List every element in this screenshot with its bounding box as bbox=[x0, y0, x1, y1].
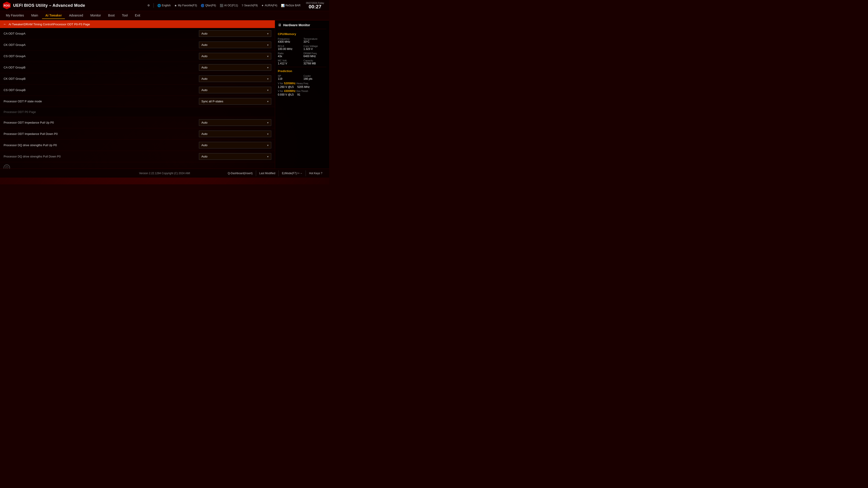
nav-tool[interactable]: Tool bbox=[119, 12, 131, 19]
dos-thresh-value: 91 bbox=[297, 93, 300, 96]
dq-drive-pullup-p0-dropdown[interactable]: Auto bbox=[199, 142, 271, 149]
odt-pstate-mode-control[interactable]: Sync all P-states bbox=[199, 98, 271, 105]
cs-odt-groupb-control[interactable]: Auto bbox=[199, 87, 271, 93]
table-row: Processor ODT Impedance Pull Down P0 Aut… bbox=[0, 128, 275, 140]
ai-oc-button[interactable]: ⬛ AI OC(F11) bbox=[218, 3, 240, 8]
frequency-label: Frequency 4300 MHz bbox=[278, 37, 301, 43]
ck-odt-groupb-control[interactable]: Auto bbox=[199, 75, 271, 82]
setting-label: CK ODT GroupB bbox=[4, 77, 199, 80]
left-panel: ← Ai Tweaker\DRAM Timing Control\Process… bbox=[0, 20, 275, 168]
my-favorite-button[interactable]: ★ My Favorite(F3) bbox=[173, 3, 199, 8]
freq1-value: 5205MHz bbox=[284, 82, 296, 85]
temperature-item: Temperature 33°C bbox=[304, 37, 327, 43]
nav-advanced[interactable]: Advanced bbox=[66, 12, 86, 19]
last-modified-label: Last Modified bbox=[259, 172, 275, 175]
setting-label: Processor ODT P state mode bbox=[4, 100, 199, 103]
odt-imp-pullup-p0-control[interactable]: Auto bbox=[199, 119, 271, 126]
table-row: CA ODT GroupB Auto bbox=[0, 62, 275, 73]
resize-bar-button[interactable]: 📊 ReSize BAR bbox=[279, 3, 303, 8]
settings-icon: ⚙ bbox=[147, 4, 150, 7]
nav-main[interactable]: Main bbox=[28, 12, 41, 19]
mc-volt-item: MC Volt. 1.412 V bbox=[278, 59, 301, 65]
cpu-memory-section-title: CPU/Memory bbox=[278, 32, 327, 36]
nav-boot[interactable]: Boot bbox=[105, 12, 118, 19]
logo-area: ROG UEFI BIOS Utility – Advanced Mode bbox=[3, 1, 85, 9]
sp-item: SP 119 bbox=[278, 74, 301, 80]
bclk-item: BCLK 100.00 MHz bbox=[278, 45, 301, 51]
setting-label: CS ODT GroupA bbox=[4, 55, 199, 58]
setting-label: Processor ODT Impedance Pull Up P0 bbox=[4, 121, 199, 124]
back-button[interactable]: ← bbox=[3, 22, 7, 26]
search-button[interactable]: ? Search(F9) bbox=[240, 3, 259, 8]
settings-button[interactable]: ⚙ bbox=[146, 3, 152, 8]
aura-button[interactable]: ✦ AURA(F4) bbox=[259, 3, 279, 8]
dq-drive-pullup-p0-control[interactable]: Auto bbox=[199, 142, 271, 149]
prediction-section-title: Prediction bbox=[278, 69, 327, 73]
table-row: CA ODT GroupA Auto bbox=[0, 28, 275, 39]
globe-icon: 🌐 bbox=[157, 4, 161, 7]
heavy-freq-label: Heavy Freq bbox=[297, 82, 308, 85]
language-button[interactable]: 🌐 English bbox=[156, 3, 173, 8]
ck-odt-groupa-control[interactable]: Auto bbox=[199, 41, 271, 48]
q-dashboard-button[interactable]: Q-Dashboard(Insert) bbox=[225, 170, 256, 176]
hardware-monitor-panel: 🖥 Hardware Monitor CPU/Memory Frequency … bbox=[275, 20, 329, 168]
last-modified-button[interactable]: Last Modified bbox=[256, 170, 279, 176]
cs-odt-groupa-control[interactable]: Auto bbox=[199, 53, 271, 59]
setting-label: CS ODT GroupB bbox=[4, 88, 199, 92]
search-icon: ? bbox=[242, 4, 243, 7]
hot-keys-label: Hot Keys ? bbox=[309, 172, 322, 175]
hw-monitor-title: Hardware Monitor bbox=[283, 23, 310, 27]
setting-label: CK ODT GroupA bbox=[4, 43, 199, 46]
prediction-grid: SP 119 Cooler 166 pts bbox=[278, 74, 327, 80]
ezmode-button[interactable]: EzMode(F7) ⊢→ bbox=[279, 170, 306, 176]
main-content: ← Ai Tweaker\DRAM Timing Control\Process… bbox=[0, 20, 329, 168]
odt-imp-pullup-p0-dropdown[interactable]: Auto bbox=[199, 119, 271, 126]
table-row: CK ODT GroupB Auto bbox=[0, 73, 275, 85]
nav-bar: My Favorites Main Ai Tweaker Advanced Mo… bbox=[0, 11, 329, 20]
freq2-value: 4300MHz bbox=[284, 90, 296, 93]
section-label: Processor ODT P0 Page bbox=[4, 110, 36, 113]
table-row: Processor ODT Impedance Pull Up P0 Auto bbox=[0, 117, 275, 128]
ck-odt-groupb-dropdown[interactable]: Auto bbox=[199, 75, 271, 82]
breadcrumb: ← Ai Tweaker\DRAM Timing Control\Process… bbox=[0, 20, 275, 28]
qfan-button[interactable]: 🌀 Qfan(F6) bbox=[199, 3, 218, 8]
breadcrumb-path: Ai Tweaker\DRAM Timing Control\Processor… bbox=[8, 23, 90, 26]
nav-ai-tweaker[interactable]: Ai Tweaker bbox=[42, 12, 65, 19]
heavy-freq-value: 5205 MHz bbox=[297, 86, 310, 89]
ca-odt-groupa-control[interactable]: Auto bbox=[199, 30, 271, 37]
cs-odt-groupa-dropdown[interactable]: Auto bbox=[199, 53, 271, 59]
hot-keys-button[interactable]: Hot Keys ? bbox=[306, 170, 326, 176]
version-text: Version 2.22.1284 Copyright (C) 2024 AMI bbox=[139, 172, 190, 175]
dq-drive-pulldown-p0-dropdown[interactable]: Auto bbox=[199, 153, 271, 160]
setting-label: Processor DQ drive strengths Pull Up P0 bbox=[4, 143, 199, 147]
monitor-icon: 🖥 bbox=[278, 23, 281, 27]
star-icon: ★ bbox=[174, 4, 177, 7]
nav-my-favorites[interactable]: My Favorites bbox=[3, 12, 27, 19]
ck-odt-groupa-dropdown[interactable]: Auto bbox=[199, 41, 271, 48]
ca-odt-groupb-dropdown[interactable]: Auto bbox=[199, 64, 271, 71]
nav-exit[interactable]: Exit bbox=[132, 12, 143, 19]
odt-imp-pulldown-p0-control[interactable]: Auto bbox=[199, 131, 271, 137]
table-row: CS ODT GroupB Auto bbox=[0, 85, 275, 96]
ca-odt-groupa-dropdown[interactable]: Auto bbox=[199, 30, 271, 37]
dq-drive-pulldown-p0-control[interactable]: Auto bbox=[199, 153, 271, 160]
table-row: Processor DQ drive strengths Pull Up P0 … bbox=[0, 140, 275, 151]
setting-label: CA ODT GroupA bbox=[4, 32, 199, 35]
cs-odt-groupb-dropdown[interactable]: Auto bbox=[199, 87, 271, 93]
section-header: Processor ODT P0 Page bbox=[0, 107, 275, 117]
rog-logo-icon: ROG bbox=[3, 1, 11, 9]
v-for-5205-row: V for 5205MHz Heavy Freq 1.260 V @L5 520… bbox=[278, 82, 327, 89]
toolbar-divider bbox=[153, 3, 154, 8]
setting-label: Processor DQ drive strengths Pull Down P… bbox=[4, 155, 199, 158]
odt-pstate-mode-dropdown[interactable]: Sync all P-states bbox=[199, 98, 271, 105]
cpu-memory-grid: Frequency 4300 MHz Temperature 33°C BCLK… bbox=[278, 37, 327, 65]
aura-icon: ✦ bbox=[261, 4, 264, 7]
toolbar: ⚙ 🌐 English ★ My Favorite(F3) 🌀 Qfan(F6)… bbox=[146, 2, 327, 9]
nav-monitor[interactable]: Monitor bbox=[87, 12, 104, 19]
v-for-4300-row: V for 4300MHz Dos Thresh 0.930 V @L5 91 bbox=[278, 90, 327, 96]
ca-odt-groupb-control[interactable]: Auto bbox=[199, 64, 271, 71]
odt-imp-pulldown-p0-dropdown[interactable]: Auto bbox=[199, 131, 271, 137]
capacity-item: Capacity 32768 MB bbox=[304, 59, 327, 65]
time-display: 00:27 bbox=[309, 4, 321, 9]
v1-value: 1.260 V @L5 bbox=[278, 86, 293, 89]
